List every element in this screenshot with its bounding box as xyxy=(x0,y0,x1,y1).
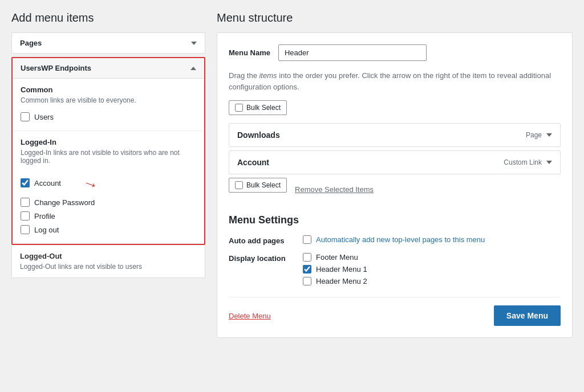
bulk-select-top-button[interactable]: Bulk Select xyxy=(229,100,287,115)
menu-items-list: Downloads Page Account Custom Link xyxy=(229,123,561,174)
list-item[interactable]: Profile xyxy=(21,209,196,223)
footer-menu-item[interactable]: Footer Menu xyxy=(303,253,367,262)
account-label: Account xyxy=(34,179,61,187)
userswp-label: UsersWP Endpoints xyxy=(21,64,91,72)
list-item[interactable]: Users xyxy=(21,110,196,124)
userswp-chevron-icon xyxy=(190,67,196,70)
bulk-select-bottom-button[interactable]: Bulk Select xyxy=(229,178,287,193)
display-location-label: Display location xyxy=(229,253,291,263)
auto-add-content: Automatically add new top-level pages to… xyxy=(303,235,485,244)
logout-label: Log out xyxy=(34,226,59,234)
header-menu2-item[interactable]: Header Menu 2 xyxy=(303,277,367,285)
users-label: Users xyxy=(34,113,54,121)
add-menu-items-title: Add menu items xyxy=(11,11,205,24)
display-location-row: Display location Footer Menu Header Menu… xyxy=(229,253,561,285)
logged-out-title: Logged-Out xyxy=(20,252,197,260)
downloads-right: Page xyxy=(526,131,552,139)
delete-menu-button[interactable]: Delete Menu xyxy=(229,312,271,320)
auto-add-label: Auto add pages xyxy=(229,235,291,245)
auto-add-check-item[interactable]: Automatically add new top-level pages to… xyxy=(303,235,485,244)
auto-add-checkbox[interactable] xyxy=(303,235,311,244)
pages-dropdown[interactable]: Pages xyxy=(11,32,205,54)
menu-name-row: Menu Name xyxy=(229,44,561,61)
menu-item-downloads[interactable]: Downloads Page xyxy=(229,123,561,147)
menu-item-account[interactable]: Account Custom Link xyxy=(229,150,561,174)
logout-checkbox[interactable] xyxy=(21,225,30,234)
footer-row: Delete Menu Save Menu xyxy=(229,297,561,326)
users-checkbox[interactable] xyxy=(21,112,30,121)
header-menu1-label: Header Menu 1 xyxy=(316,265,367,273)
menu-structure-title: Menu structure xyxy=(217,11,573,24)
display-location-content: Footer Menu Header Menu 1 Header Menu 2 xyxy=(303,253,367,285)
userswp-body: Common Common links are visible to every… xyxy=(13,79,204,244)
change-password-checkbox[interactable] xyxy=(21,198,30,207)
auto-add-desc: Automatically add new top-level pages to… xyxy=(316,235,485,244)
logged-in-group: Logged-In Logged-In links are not visibl… xyxy=(13,131,204,244)
pages-accordion-header[interactable]: Pages xyxy=(11,32,205,54)
right-panel: Menu structure Menu Name Drag the items … xyxy=(217,11,573,381)
common-title: Common xyxy=(21,85,196,94)
left-panel: Add menu items Pages UsersWP Endpoints C… xyxy=(11,11,205,381)
footer-menu-label: Footer Menu xyxy=(316,253,358,262)
header-menu2-checkbox[interactable] xyxy=(303,277,311,285)
downloads-label: Downloads xyxy=(237,130,280,140)
userswp-header[interactable]: UsersWP Endpoints xyxy=(13,58,204,79)
bulk-select-bottom-label: Bulk Select xyxy=(246,181,281,189)
downloads-type: Page xyxy=(526,131,542,139)
logged-out-desc: Logged-Out links are not visible to user… xyxy=(20,263,197,271)
profile-checkbox[interactable] xyxy=(21,211,30,220)
account-type: Custom Link xyxy=(504,158,542,166)
pages-chevron-icon xyxy=(191,42,197,45)
footer-menu-checkbox[interactable] xyxy=(303,253,311,262)
bulk-select-top-checkbox[interactable] xyxy=(235,104,243,112)
pages-label: Pages xyxy=(20,39,42,47)
bulk-select-bottom-checkbox[interactable] xyxy=(235,181,243,189)
auto-add-row: Auto add pages Automatically add new top… xyxy=(229,235,561,245)
account-chevron-icon[interactable] xyxy=(546,161,552,164)
header-menu1-checkbox[interactable] xyxy=(303,265,311,273)
change-password-label: Change Password xyxy=(34,198,95,207)
logged-in-desc: Logged-In links are not visible to visit… xyxy=(21,149,196,165)
profile-label: Profile xyxy=(34,212,55,220)
menu-name-input[interactable] xyxy=(278,44,427,61)
bottom-actions: Bulk Select Remove Selected Items xyxy=(229,178,561,201)
common-group: Common Common links are visible to every… xyxy=(13,79,204,131)
header-menu2-label: Header Menu 2 xyxy=(316,277,367,285)
logged-out-section: Logged-Out Logged-Out links are not visi… xyxy=(11,245,205,278)
menu-name-label: Menu Name xyxy=(229,48,270,57)
list-item[interactable]: Log out xyxy=(21,223,196,236)
arrow-indicator: ← xyxy=(66,175,82,193)
common-desc: Common links are visible to everyone. xyxy=(21,96,196,104)
downloads-chevron-icon[interactable] xyxy=(546,133,552,137)
red-arrow-icon: ← xyxy=(80,173,101,195)
account-checkbox[interactable] xyxy=(21,178,30,187)
menu-settings-title: Menu Settings xyxy=(229,214,561,226)
logged-in-title: Logged-In xyxy=(21,138,196,146)
save-menu-button[interactable]: Save Menu xyxy=(494,305,561,326)
account-right: Custom Link xyxy=(504,158,552,166)
list-item[interactable]: Change Password xyxy=(21,195,196,209)
account-menu-label: Account xyxy=(237,158,269,167)
header-menu1-item[interactable]: Header Menu 1 xyxy=(303,265,367,273)
drag-instruction: Drag the items into the order you prefer… xyxy=(229,70,561,92)
list-item[interactable]: Account ← xyxy=(21,170,196,195)
userswp-section: UsersWP Endpoints Common Common links ar… xyxy=(11,57,205,245)
bulk-select-top-label: Bulk Select xyxy=(246,104,281,112)
remove-selected-button[interactable]: Remove Selected Items xyxy=(295,185,374,194)
menu-structure-panel: Menu Name Drag the items into the order … xyxy=(217,32,573,338)
